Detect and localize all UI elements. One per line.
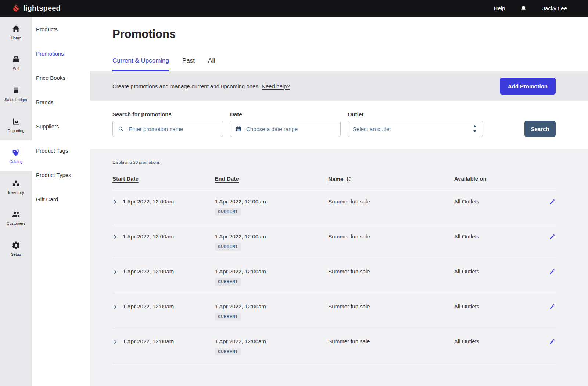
start-date-cell: 1 Apr 2022, 12:00am	[112, 338, 215, 344]
sidebar-item-sell[interactable]: Sell	[0, 47, 32, 78]
sidebar-item-customers[interactable]: Customers	[0, 202, 32, 233]
date-field-label: Date	[230, 111, 341, 117]
available-on-cell: All Outlets	[454, 198, 541, 205]
name-cell: Summer fun sale	[328, 268, 454, 275]
date-range-input[interactable]	[245, 125, 336, 132]
outlet-select[interactable]: Select an outlet	[348, 121, 483, 137]
catalog-tag-icon	[11, 148, 21, 157]
edit-promotion-button[interactable]	[549, 338, 556, 345]
table-body: 1 Apr 2022, 12:00am 1 Apr 2022, 12:00am …	[112, 189, 556, 364]
sort-az-icon[interactable]: AZ	[346, 176, 352, 182]
search-input[interactable]	[128, 125, 218, 132]
banner-message: Create promotions and manage current and…	[112, 83, 260, 89]
column-start-date: Start Date	[112, 176, 215, 182]
chevron-right-icon[interactable]	[112, 339, 118, 344]
end-date-cell: 1 Apr 2022, 12:00am CURRENT	[215, 303, 329, 321]
end-date-cell: 1 Apr 2022, 12:00am CURRENT	[215, 233, 329, 251]
sidebar-item-reporting[interactable]: Reporting	[0, 109, 32, 140]
add-promotion-button[interactable]: Add Promotion	[500, 78, 556, 95]
status-badge: CURRENT	[215, 348, 241, 355]
search-input-wrap	[112, 121, 223, 137]
tab-all[interactable]: All	[208, 57, 215, 71]
subnav-item-products[interactable]: Products	[36, 26, 90, 50]
start-date-cell: 1 Apr 2022, 12:00am	[112, 303, 215, 309]
sidebar-item-sales-ledger[interactable]: Sales Ledger	[0, 78, 32, 109]
status-badge: CURRENT	[215, 208, 241, 216]
page-title: Promotions	[112, 28, 556, 41]
inventory-icon	[11, 179, 21, 188]
sidebar-item-catalog[interactable]: Catalog	[0, 140, 32, 171]
sidebar-item-home[interactable]: Home	[0, 17, 32, 47]
name-cell: Summer fun sale	[328, 233, 454, 240]
table-header: Start Date End Date Name AZ Available on	[112, 176, 556, 189]
end-date-cell: 1 Apr 2022, 12:00am CURRENT	[215, 338, 329, 355]
name-cell: Summer fun sale	[328, 338, 454, 344]
tab-past[interactable]: Past	[182, 57, 195, 71]
subnav-item-brands[interactable]: Brands	[36, 99, 90, 123]
search-field-label: Search for promotions	[112, 111, 223, 117]
search-button[interactable]: Search	[524, 121, 556, 137]
lightspeed-flame-icon	[12, 4, 20, 13]
available-on-cell: All Outlets	[454, 338, 541, 344]
lightspeed-logo[interactable]: lightspeed	[12, 4, 61, 13]
app-shell: Home Sell Sales Ledger Reporting Catalog…	[0, 17, 588, 386]
spinner-arrows-icon[interactable]	[472, 124, 478, 134]
chevron-right-icon[interactable]	[112, 234, 118, 240]
help-link[interactable]: Help	[494, 5, 505, 11]
edit-promotion-button[interactable]	[549, 233, 556, 240]
chevron-right-icon[interactable]	[112, 304, 118, 309]
top-bar: lightspeed Help Jacky Lee	[0, 0, 588, 17]
name-cell: Summer fun sale	[328, 198, 454, 205]
name-cell: Summer fun sale	[328, 303, 454, 309]
search-field-group: Search for promotions	[112, 111, 223, 137]
calendar-icon	[235, 125, 242, 132]
table-row: 1 Apr 2022, 12:00am 1 Apr 2022, 12:00am …	[112, 294, 556, 329]
edit-promotion-button[interactable]	[549, 303, 556, 310]
subnav-item-gift-card[interactable]: Gift Card	[36, 196, 90, 220]
chevron-right-icon[interactable]	[112, 199, 118, 205]
icon-sidebar: Home Sell Sales Ledger Reporting Catalog…	[0, 17, 32, 386]
start-date-cell: 1 Apr 2022, 12:00am	[112, 198, 215, 205]
sidebar-item-inventory[interactable]: Inventory	[0, 171, 32, 202]
end-date-cell: 1 Apr 2022, 12:00am CURRENT	[215, 198, 329, 216]
main-content: Promotions Current & UpcomingPastAll Cre…	[90, 17, 588, 386]
edit-promotion-button[interactable]	[549, 198, 556, 205]
subnav-item-promotions[interactable]: Promotions	[36, 50, 90, 75]
subnav-item-price-books[interactable]: Price Books	[36, 75, 90, 99]
column-end-date: End Date	[215, 176, 329, 182]
topbar-right: Help Jacky Lee	[494, 5, 567, 12]
need-help-link[interactable]: Need help?	[262, 83, 290, 89]
tab-current-upcoming[interactable]: Current & Upcoming	[112, 57, 169, 71]
table-row: 1 Apr 2022, 12:00am 1 Apr 2022, 12:00am …	[112, 224, 556, 259]
page-header: Promotions Current & UpcomingPastAll	[90, 17, 588, 71]
status-badge: CURRENT	[215, 243, 241, 251]
customers-icon	[11, 210, 21, 219]
promotions-table-section: Displaying 20 promotions Start Date End …	[90, 149, 588, 386]
chevron-right-icon[interactable]	[112, 269, 118, 275]
available-on-cell: All Outlets	[454, 303, 541, 309]
end-date-cell: 1 Apr 2022, 12:00am CURRENT	[215, 268, 329, 286]
available-on-cell: All Outlets	[454, 268, 541, 275]
date-field-group: Date	[230, 111, 341, 137]
bell-icon[interactable]	[520, 5, 527, 12]
outlet-field-group: Outlet Select an outlet	[348, 111, 483, 137]
reporting-icon	[11, 117, 21, 126]
home-icon	[11, 24, 21, 33]
subnav-item-product-tags[interactable]: Product Tags	[36, 148, 90, 172]
start-date-cell: 1 Apr 2022, 12:00am	[112, 233, 215, 240]
sidebar-item-setup[interactable]: Setup	[0, 233, 32, 264]
edit-promotion-button[interactable]	[549, 268, 556, 275]
start-date-cell: 1 Apr 2022, 12:00am	[112, 268, 215, 275]
svg-text:A: A	[349, 176, 351, 179]
available-on-cell: All Outlets	[454, 233, 541, 240]
table-row: 1 Apr 2022, 12:00am 1 Apr 2022, 12:00am …	[112, 329, 556, 364]
filter-bar: Search for promotions Date Outlet Select…	[90, 101, 588, 149]
setup-gear-icon	[11, 241, 21, 250]
subnav-item-product-types[interactable]: Product Types	[36, 172, 90, 196]
outlet-select-value: Select an outlet	[353, 126, 391, 132]
user-menu[interactable]: Jacky Lee	[542, 5, 567, 11]
brand-name: lightspeed	[23, 4, 61, 13]
subnav-item-suppliers[interactable]: Suppliers	[36, 123, 90, 148]
sales-ledger-icon	[11, 86, 21, 95]
status-badge: CURRENT	[215, 278, 241, 286]
